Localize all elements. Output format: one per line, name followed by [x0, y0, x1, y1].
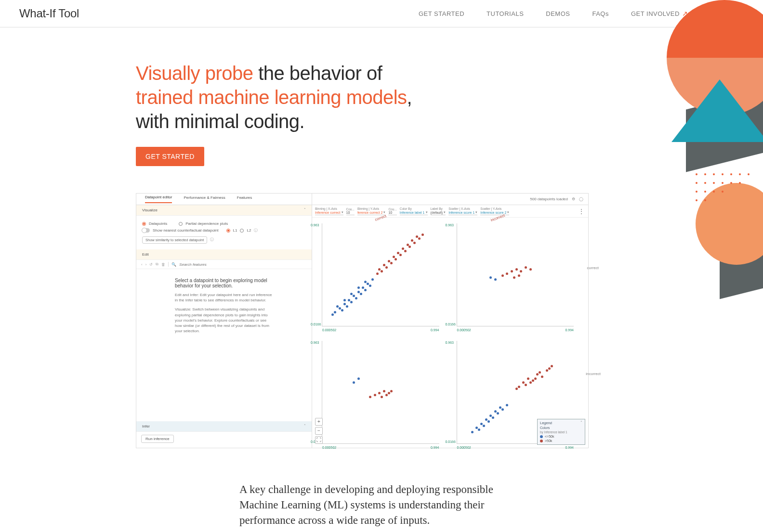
brand[interactable]: What-If Tool [19, 7, 79, 20]
nav-tutorials[interactable]: TUTORIALS [487, 10, 524, 17]
count-2-input[interactable]: 10 [388, 211, 396, 215]
gear-icon[interactable]: ⚙ [572, 197, 575, 201]
delete-icon[interactable]: 🗑 [161, 262, 165, 267]
expand-button[interactable]: ⛶ [315, 436, 323, 444]
binning-x-select[interactable]: Inference correct▾ [315, 210, 343, 215]
row-label-correct: correct [587, 266, 599, 270]
product-screenshot: Datapoint editor Performance & Fairness … [136, 193, 589, 448]
info-icon[interactable]: ⓘ [254, 228, 258, 233]
chevron-up-icon: ˄ [304, 208, 306, 212]
hero-accent-2: trained machine learning models [136, 87, 407, 108]
editor-description: Select a datapoint to begin exploring mo… [136, 269, 312, 338]
run-inference-button[interactable]: Run inference [141, 435, 174, 443]
nav-get-started[interactable]: GET STARTED [419, 10, 464, 17]
zoom-out-button[interactable]: − [315, 427, 323, 435]
external-link-icon: ↗ [738, 10, 744, 17]
radio-datapoints-label: Datapoints [149, 221, 167, 226]
search-icon: 🔍 [171, 262, 176, 267]
zoom-in-button[interactable]: + [315, 418, 323, 426]
screenshot-tabs: Datapoint editor Performance & Fairness … [136, 194, 312, 205]
edit-head[interactable]: Edit [136, 249, 312, 260]
scatter-plot-top-left[interactable]: 0.963 0.0166 0.000502 0.994 [322, 223, 439, 326]
decorative-dots-grid [696, 173, 758, 212]
external-link-icon: ↗ [682, 10, 688, 17]
chevron-right-icon[interactable]: › [145, 262, 147, 267]
tab-datapoint-editor[interactable]: Datapoint editor [145, 195, 172, 203]
count-1-input[interactable]: 10 [346, 211, 355, 215]
topbar: What-If Tool GET STARTED TUTORIALS DEMOS… [0, 0, 763, 27]
chevron-up-icon: ˄ [580, 421, 582, 425]
similarity-button[interactable]: Show similarity to selected datapoint [142, 236, 207, 244]
info-icon[interactable]: ⓘ [210, 237, 214, 242]
legend-swatch-blue [540, 435, 543, 438]
binning-y-select[interactable]: ference correct 2▾ [357, 210, 386, 215]
chevron-up-icon: ˄ [304, 424, 306, 428]
hero-headline: Visually probe the behavior of trained m… [136, 61, 434, 133]
infer-head[interactable]: Infer˄ [136, 421, 312, 432]
search-features-input[interactable] [179, 262, 227, 267]
decorative-triangle [671, 79, 763, 142]
counterfactual-label: Show nearest counterfactual datapoint [153, 228, 219, 233]
main-content: Visually probe the behavior of trained m… [126, 27, 637, 532]
main-nav: GET STARTED TUTORIALS DEMOS FAQs GET INV… [419, 10, 744, 17]
hero-accent-1: Visually probe [136, 63, 253, 84]
decorative-circle-mid-shadow [720, 197, 763, 299]
body-text: A key challenge in developing and deploy… [239, 482, 524, 532]
legend-swatch-red [540, 440, 543, 442]
screenshot-right-panel: 500 datapoints loaded ⚙ ◯ Binning | X-Ax… [312, 194, 588, 448]
l2-label: L2 [247, 228, 251, 233]
scatter-grid: correct incorrect correct incorrect 0.96… [312, 218, 588, 448]
edit-toolbar: ‹ › ↺ ⧉ 🗑 🔍 [136, 260, 312, 269]
help-icon[interactable]: ◯ [579, 197, 583, 201]
radio-pdp[interactable] [179, 222, 183, 226]
nav-demos[interactable]: DEMOS [546, 10, 570, 17]
nav-get-involved[interactable]: GET INVOLVED↗ [631, 10, 688, 17]
body-paragraph-1: A key challenge in developing and deploy… [239, 482, 524, 529]
radio-pdp-label: Partial dependence plots [185, 221, 228, 226]
visualize-head[interactable]: Visualize˄ [136, 205, 312, 216]
viz-controls: Binning | X-AxisInference correct▾ Cou..… [312, 205, 588, 218]
nav-github[interactable]: GITHUB↗ [710, 10, 744, 17]
scatter-y-select[interactable]: Inference score 2▾ [480, 210, 509, 215]
decorative-circle-mid [696, 183, 763, 265]
scatter-plot-bottom-left[interactable]: 0.963 0.0166 0.000502 0.994 [322, 341, 439, 444]
radio-l1[interactable] [226, 229, 230, 233]
more-icon[interactable]: ⋮ [579, 208, 584, 215]
infer-section: Infer˄ Run inference [136, 421, 312, 448]
toggle-counterfactual[interactable] [142, 228, 150, 233]
tab-features[interactable]: Features [237, 195, 252, 203]
legend-box[interactable]: Legend˄ Colors by Inference label 1 <=50… [537, 419, 585, 445]
screenshot-left-panel: Datapoint editor Performance & Fairness … [136, 194, 312, 448]
radio-datapoints[interactable] [142, 222, 146, 226]
label-by-select[interactable]: (default)▾ [431, 210, 446, 215]
scatter-x-select[interactable]: Inference score 1▾ [448, 210, 477, 215]
l1-label: L1 [233, 228, 237, 233]
nav-faqs[interactable]: FAQs [592, 10, 609, 17]
chevron-left-icon[interactable]: ‹ [141, 262, 143, 267]
radio-l2[interactable] [240, 229, 244, 233]
zoom-controls: + − ⛶ [315, 418, 323, 444]
revert-icon[interactable]: ↺ [149, 262, 153, 267]
tab-performance-fairness[interactable]: Performance & Fairness [184, 195, 225, 203]
row-label-incorrect: incorrect [586, 372, 601, 376]
scatter-plot-top-right[interactable]: 0.963 0.0166 0.000502 0.994 [457, 223, 574, 326]
decorative-triangle-shadow [686, 83, 763, 172]
copy-icon[interactable]: ⧉ [156, 262, 158, 267]
datapoints-loaded-status: 500 datapoints loaded [530, 197, 568, 201]
color-by-select[interactable]: Inference label 1▾ [400, 210, 428, 215]
get-started-button[interactable]: GET STARTED [136, 147, 204, 166]
